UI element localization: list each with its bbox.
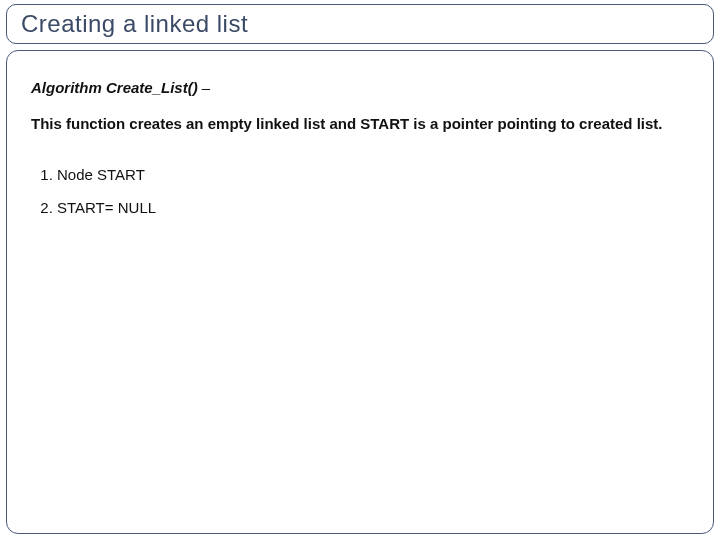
step-item: Node START [57, 166, 689, 183]
title-container: Creating a linked list [6, 4, 714, 44]
algorithm-dash: – [198, 79, 211, 96]
content-container: Algorithm Create_List() – This function … [6, 50, 714, 534]
algorithm-description: This function creates an empty linked li… [31, 114, 689, 134]
slide-title: Creating a linked list [21, 10, 248, 38]
algorithm-name: Algorithm Create_List() [31, 79, 198, 96]
slide: Creating a linked list Algorithm Create_… [0, 0, 720, 540]
algorithm-steps: Node START START= NULL [31, 166, 689, 216]
step-item: START= NULL [57, 199, 689, 216]
algorithm-heading: Algorithm Create_List() – [31, 79, 689, 96]
